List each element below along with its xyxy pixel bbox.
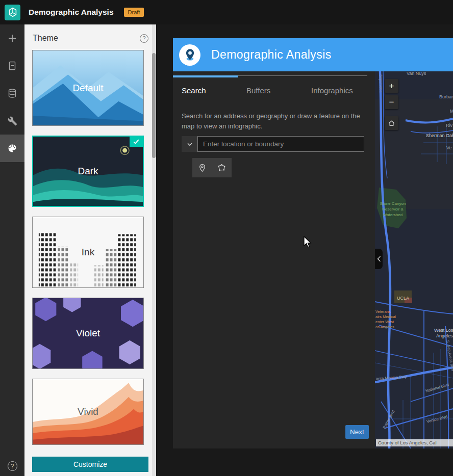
map-label-m: M bbox=[450, 109, 453, 114]
theme-panel-scrollbar[interactable] bbox=[152, 24, 156, 476]
theme-panel-title: Theme bbox=[33, 34, 58, 43]
theme-card-label: Ink bbox=[33, 217, 143, 287]
search-type-dropdown[interactable] bbox=[182, 136, 197, 152]
map-pin-icon bbox=[183, 48, 197, 62]
left-icon-rail: ? bbox=[0, 24, 24, 476]
preview-app-header: Demographic Analysis bbox=[173, 38, 453, 71]
logo-cube-icon bbox=[7, 7, 18, 18]
map-label-riv: Riv bbox=[446, 123, 452, 128]
map-label-veterans-1: Veterans bbox=[375, 309, 391, 314]
theme-card-dark[interactable]: Dark bbox=[32, 136, 144, 207]
theme-panel-header: Theme ? bbox=[33, 34, 148, 43]
home-icon bbox=[388, 119, 395, 127]
check-icon bbox=[133, 139, 140, 145]
rail-item-pages[interactable] bbox=[0, 52, 24, 80]
selected-check-badge bbox=[130, 137, 143, 147]
location-search-input[interactable] bbox=[197, 136, 364, 152]
tab-bar: Search Buffers Infographics bbox=[173, 75, 367, 102]
scrollbar-thumb[interactable] bbox=[152, 53, 156, 158]
customize-button[interactable]: Customize bbox=[32, 457, 148, 472]
theme-card-violet[interactable]: Violet bbox=[32, 298, 144, 369]
draft-badge: Draft bbox=[124, 8, 144, 17]
chevron-down-icon bbox=[186, 141, 193, 148]
map-label-burbank: Burbank bbox=[439, 94, 453, 99]
map-label-ucla: UCLA bbox=[397, 296, 409, 301]
map-label-veterans-3: enter West bbox=[375, 320, 394, 324]
theme-card-default[interactable]: Default bbox=[32, 50, 144, 126]
chevron-left-icon bbox=[377, 256, 381, 262]
map-label-stone-canyon-3: Watershed bbox=[383, 213, 402, 217]
map-label-west-la-2: Angeles bbox=[436, 333, 453, 338]
map-attribution: County of Los Angeles, Cal bbox=[376, 439, 453, 446]
rail-item-add[interactable] bbox=[0, 24, 24, 52]
map-label-veterans-4: os Angeles bbox=[375, 325, 394, 329]
plus-icon bbox=[7, 33, 17, 43]
theme-card-label: Violet bbox=[33, 298, 143, 368]
map[interactable]: Van Nuys Sepulveda Burbank M Riv Sherman… bbox=[375, 71, 453, 448]
map-pin-outline-icon bbox=[197, 163, 207, 173]
app-topbar: Demographic Analysis Draft bbox=[0, 0, 453, 24]
search-description: Search for an address or geography or dr… bbox=[182, 111, 367, 131]
zoom-out-button[interactable]: − bbox=[385, 95, 398, 109]
demographics-pin-icon bbox=[179, 44, 200, 66]
map-label-ve: Ve bbox=[446, 145, 452, 150]
panel-collapse-handle[interactable] bbox=[375, 249, 383, 269]
theme-card-list: Default Dark bbox=[32, 50, 144, 455]
search-panel: Search Buffers Infographics Search for a… bbox=[173, 71, 375, 448]
zoom-in-button[interactable]: + bbox=[385, 79, 398, 93]
theme-help-icon[interactable]: ? bbox=[140, 34, 148, 43]
preview-canvas: Van Nuys Sepulveda Burbank M Riv Sherman… bbox=[156, 24, 453, 476]
tab-search[interactable]: Search bbox=[173, 75, 238, 102]
next-button[interactable]: Next bbox=[345, 425, 369, 439]
map-label-west-la-1: West Los bbox=[434, 328, 453, 333]
rail-item-data[interactable] bbox=[0, 80, 24, 107]
theme-card-vivid[interactable]: Vivid bbox=[32, 379, 144, 445]
database-icon bbox=[7, 88, 17, 98]
home-button[interactable] bbox=[385, 116, 398, 130]
map-label-van-nuys: Van Nuys bbox=[407, 71, 426, 76]
map-label-sherman-oaks: Sherman Oaks bbox=[426, 133, 453, 138]
map-label-stone-canyon-2: Reservoir & bbox=[382, 207, 404, 211]
theme-card-label: Vivid bbox=[33, 379, 143, 444]
experience-builder-logo[interactable] bbox=[5, 5, 20, 20]
wrench-icon bbox=[8, 116, 17, 126]
theme-panel: Theme ? Default bbox=[24, 24, 156, 476]
draw-point-button[interactable] bbox=[192, 158, 212, 177]
draw-tools bbox=[192, 158, 232, 177]
app-title: Demographic Analysis bbox=[29, 8, 114, 17]
search-row bbox=[182, 136, 364, 152]
draw-polygon-icon bbox=[217, 163, 226, 173]
theme-card-ink[interactable]: Ink bbox=[32, 217, 144, 288]
preview-app-title: Demographic Analysis bbox=[211, 48, 332, 62]
map-label-sepulveda: Sepulveda bbox=[379, 74, 383, 93]
page-icon bbox=[7, 61, 17, 71]
tab-buffers[interactable]: Buffers bbox=[238, 75, 303, 102]
tab-infographics[interactable]: Infographics bbox=[303, 75, 367, 102]
help-icon[interactable]: ? bbox=[8, 461, 17, 471]
draw-polygon-button[interactable] bbox=[212, 158, 231, 177]
map-label-stone-canyon-1: Stone Canyon bbox=[380, 201, 406, 206]
map-label-veterans-2: airs Medical bbox=[375, 314, 396, 319]
theme-card-label: Dark bbox=[33, 137, 143, 206]
palette-icon bbox=[7, 143, 17, 153]
theme-card-label: Default bbox=[33, 50, 143, 125]
rail-item-theme[interactable] bbox=[0, 135, 24, 162]
rail-item-tools[interactable] bbox=[0, 107, 24, 135]
